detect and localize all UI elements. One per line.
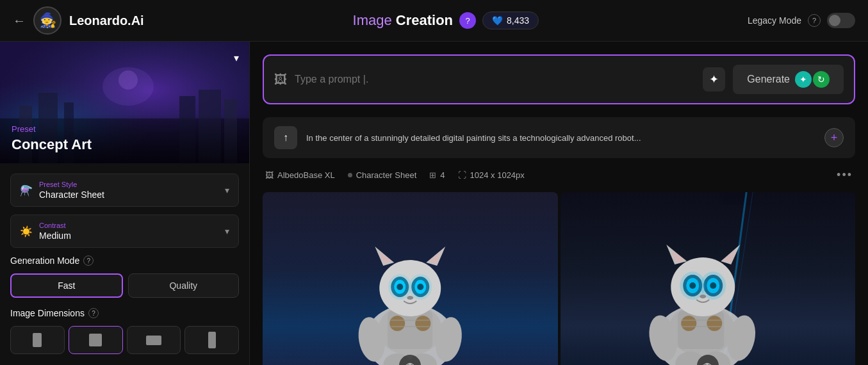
more-options-button[interactable]: ••• [837,168,853,182]
header-left: ← 🧙 Leonardo.Ai [13,6,144,35]
generation-mode-section: Generation Mode ? [10,256,239,266]
page-title: Image Creation [353,12,454,29]
prompt-image-icon[interactable]: 🖼 [274,72,287,87]
svg-point-42 [681,316,696,331]
contrast-content: Contrast Medium [39,222,218,241]
svg-point-29 [409,274,432,300]
generation-mode-help-icon[interactable]: ? [83,256,94,266]
generate-icon-1: ✦ [795,71,812,88]
eye-icon-2: 👁 [703,361,712,366]
preset-style-chevron-icon: ▾ [225,185,229,195]
generate-label: Generate [747,74,790,85]
portrait-icon [33,333,42,347]
add-result-button[interactable]: + [824,128,844,147]
prompt-area: 🖼 ✦ Generate ✦ ↻ [263,54,855,104]
count-meta: ⊞ 4 [429,170,445,180]
square-icon [89,334,102,346]
legacy-mode-label: Legacy Mode [748,15,801,26]
landscape-dim-button[interactable] [127,326,181,354]
back-button[interactable]: ← [13,13,26,28]
portrait-dim-button[interactable] [10,326,65,354]
result-prompt-text: In the center of a stunningly detailed d… [306,133,815,143]
contrast-label: Contrast [39,222,218,229]
preset-style-control[interactable]: ⚗️ Preset Style Character Sheet ▾ [10,174,239,207]
fast-mode-button[interactable]: Fast [10,273,123,298]
image-dimensions: 1024 x 1024px [470,170,525,180]
contrast-value: Medium [39,231,218,241]
enhance-icon: ✦ [709,73,719,86]
image-2-background [561,192,856,365]
preset-chevron-icon[interactable]: ▾ [234,52,239,64]
flask-icon: ⚗️ [20,184,33,197]
svg-point-16 [415,316,430,331]
generation-mode-title: Generation Mode [10,256,79,266]
sidebar: Preset Concept Art ▾ ⚗️ Preset Style Cha… [0,42,250,365]
sun-icon: ☀️ [20,225,33,238]
brand-name: Leonardo.Ai [69,13,144,28]
legacy-mode-toggle[interactable] [827,13,855,28]
image-dimensions-section: Image Dimensions ? [10,308,239,318]
image-count: 4 [440,170,445,180]
image-dimensions-title: Image Dimensions [10,308,85,318]
title-image-word: Image [353,12,392,28]
app-header: ← 🧙 Leonardo.Ai Image Creation ? 💙 8,433… [0,0,868,42]
square-dim-button[interactable] [69,326,123,354]
help-icon: ? [465,16,470,26]
app-logo: 🧙 [33,6,61,35]
image-1-background [263,192,558,365]
resize-icon: ⛶ [458,170,466,180]
upload-button[interactable]: ↑ [274,126,297,149]
svg-point-43 [707,316,722,331]
credits-icon: 💙 [492,15,503,26]
tall-icon [208,332,216,348]
landscape-icon [146,336,161,345]
image-card-1[interactable]: 👁 [263,192,558,365]
dimension-buttons [10,326,239,354]
result-row: ↑ In the center of a stunningly detailed… [263,117,855,158]
svg-point-57 [700,295,706,298]
svg-point-11 [119,70,138,90]
svg-point-30 [407,296,413,300]
style-dot-icon [348,173,352,177]
enhance-button[interactable]: ✦ [703,67,725,92]
meta-row: 🖼 AlbedoBase XL Character Sheet ⊞ 4 ⛶ 10… [263,168,855,182]
preset-value: Concept Art [12,136,238,153]
eye-icon-1: 👁 [405,361,415,366]
title-creation-word: Creation [396,12,453,28]
dimensions-meta: ⛶ 1024 x 1024px [458,170,525,180]
generation-mode-buttons: Fast Quality [10,273,239,298]
prompt-input[interactable] [295,74,695,85]
sidebar-controls: ⚗️ Preset Style Character Sheet ▾ ☀️ Con… [0,163,249,365]
contrast-control[interactable]: ☀️ Contrast Medium ▾ [10,215,239,248]
header-center: Image Creation ? 💙 8,433 [144,12,748,29]
preset-card-overlay: Preset Concept Art [0,114,249,163]
style-name: Character Sheet [356,170,417,180]
up-arrow-icon: ↑ [283,132,288,143]
preset-label: Preset [12,124,238,134]
model-meta: 🖼 AlbedoBase XL [265,170,335,180]
preset-style-label: Preset Style [39,181,218,188]
style-meta: Character Sheet [348,170,417,180]
image-dimensions-help-icon[interactable]: ? [88,308,99,318]
quality-mode-button[interactable]: Quality [128,273,240,298]
model-icon: 🖼 [265,170,274,180]
cat-svg-2 [561,192,856,365]
credits-badge[interactable]: 💙 8,433 [482,12,539,29]
contrast-chevron-icon: ▾ [225,226,229,236]
image-card-2[interactable]: 👁 [561,192,856,365]
plus-icon: + [831,131,838,145]
preset-card[interactable]: Preset Concept Art ▾ [0,42,249,163]
svg-point-15 [389,316,405,331]
logo-icon: 🧙 [39,12,56,29]
legacy-help-icon[interactable]: ? [808,14,821,27]
preset-style-content: Preset Style Character Sheet [39,181,218,200]
generate-button[interactable]: Generate ✦ ↻ [733,65,844,94]
main-area: Preset Concept Art ▾ ⚗️ Preset Style Cha… [0,42,868,365]
tall-dim-button[interactable] [184,326,239,354]
generate-icons: ✦ ↻ [795,71,830,88]
preset-style-value: Character Sheet [39,190,218,200]
grid-icon: ⊞ [429,170,436,180]
title-help-button[interactable]: ? [459,12,476,29]
header-right: Legacy Mode ? [748,13,855,28]
credits-value: 8,433 [507,15,529,26]
